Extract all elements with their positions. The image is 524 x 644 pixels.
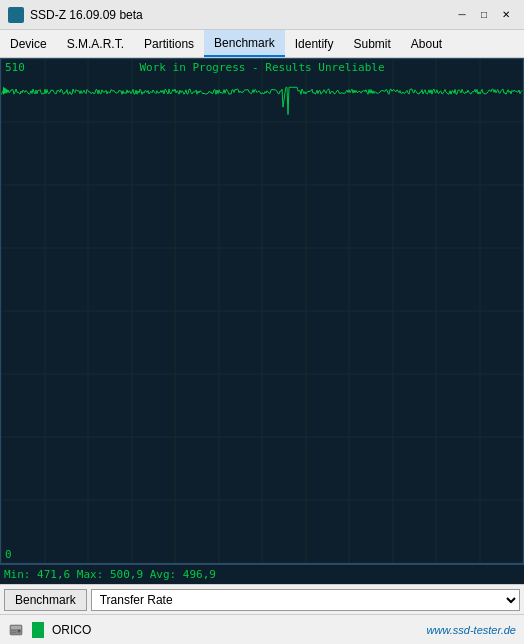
svg-point-2 (18, 629, 21, 632)
menu-submit[interactable]: Submit (343, 30, 400, 57)
menu-identify[interactable]: Identify (285, 30, 344, 57)
svg-rect-3 (11, 630, 16, 631)
website-link: www.ssd-tester.de (427, 624, 516, 636)
benchmark-button[interactable]: Benchmark (4, 589, 87, 611)
menu-partitions[interactable]: Partitions (134, 30, 204, 57)
svg-rect-1 (11, 626, 21, 629)
menu-about[interactable]: About (401, 30, 452, 57)
window-controls: ─ □ ✕ (452, 6, 516, 24)
menu-benchmark[interactable]: Benchmark (204, 30, 285, 57)
chart-area: 510 Work in Progress - Results Unreliabl… (0, 58, 524, 564)
stats-text: Min: 471,6 Max: 500,9 Avg: 496,9 (4, 568, 216, 581)
menu-bar: Device S.M.A.R.T. Partitions Benchmark I… (0, 30, 524, 58)
close-button[interactable]: ✕ (496, 6, 516, 24)
bottom-toolbar: Benchmark Transfer Rate Random Read Rand… (0, 584, 524, 614)
title-bar-text: SSD-Z 16.09.09 beta (30, 8, 452, 22)
menu-device[interactable]: Device (0, 30, 57, 57)
transfer-type-dropdown[interactable]: Transfer Rate Random Read Random Write S… (91, 589, 520, 611)
main-content: 510 Work in Progress - Results Unreliabl… (0, 58, 524, 584)
app-icon (8, 7, 24, 23)
maximize-button[interactable]: □ (474, 6, 494, 24)
chart-title: Work in Progress - Results Unreliable (1, 61, 523, 74)
benchmark-chart (1, 59, 523, 563)
svg-rect-4 (11, 632, 16, 633)
title-bar: SSD-Z 16.09.09 beta ─ □ ✕ (0, 0, 524, 30)
stats-bar: Min: 471,6 Max: 500,9 Avg: 496,9 (0, 564, 524, 584)
chart-y-min-label: 0 (5, 548, 12, 561)
status-bar: ORICO www.ssd-tester.de (0, 614, 524, 644)
drive-status-indicator (32, 622, 44, 638)
drive-icon (8, 622, 24, 638)
menu-smart[interactable]: S.M.A.R.T. (57, 30, 134, 57)
minimize-button[interactable]: ─ (452, 6, 472, 24)
drive-name: ORICO (52, 623, 419, 637)
